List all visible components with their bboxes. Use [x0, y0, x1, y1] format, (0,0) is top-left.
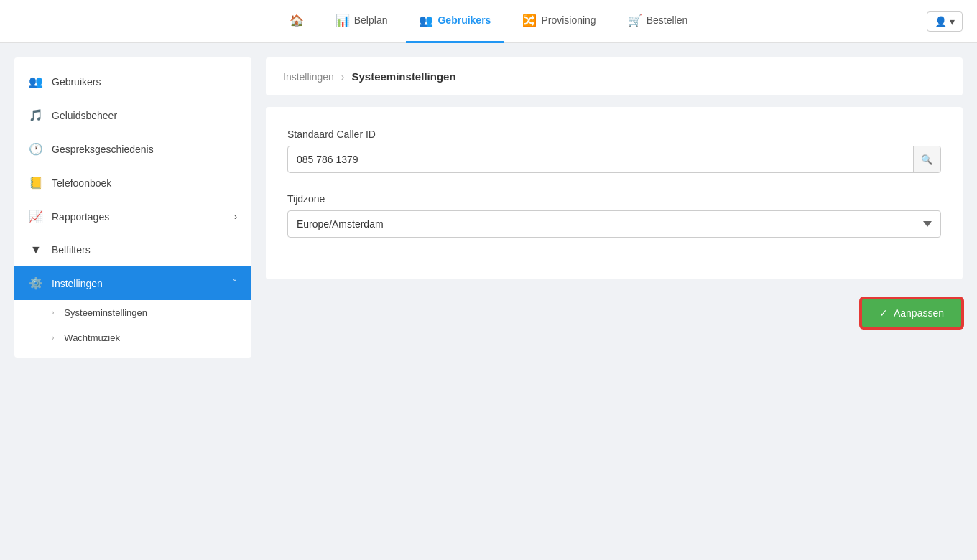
search-icon: 🔍 [921, 154, 933, 165]
breadcrumb-parent-link[interactable]: Instellingen [283, 71, 334, 83]
gespreksgeschiedenis-icon: 🕐 [29, 142, 43, 156]
instellingen-chevron-icon: ˅ [233, 279, 237, 289]
sidebar-item-geluidsbeheer[interactable]: 🎵 Geluidsbeheer [14, 98, 251, 132]
sidebar: 👥 Gebruikers 🎵 Geluidsbeheer 🕐 Gespreksg… [14, 57, 251, 358]
caller-id-group: Standaard Caller ID 🔍 [287, 129, 941, 173]
nav-label-provisioning: Provisioning [541, 14, 596, 26]
sidebar-item-gespreksgeschiedenis[interactable]: 🕐 Gespreksgeschiedenis [14, 132, 251, 166]
caller-id-search-button[interactable]: 🔍 [913, 146, 940, 172]
topnav: 🏠 📊 Belplan 👥 Gebruikers 🔀 Provisioning … [0, 0, 977, 43]
belplan-icon: 📊 [335, 14, 350, 27]
gebruikers-sidebar-icon: 👥 [29, 75, 43, 88]
sidebar-label-belfilters: Belfilters [52, 244, 91, 256]
sidebar-subitem-label-systeeminstellingen: Systeeminstellingen [64, 307, 147, 318]
bestellen-icon: 🛒 [628, 14, 642, 27]
sidebar-item-rapportages[interactable]: 📈 Rapportages › [14, 200, 251, 233]
user-menu[interactable]: 👤 ▾ [927, 11, 963, 32]
main-layout: 👥 Gebruikers 🎵 Geluidsbeheer 🕐 Gespreksg… [0, 43, 977, 560]
nav-item-bestellen[interactable]: 🛒 Bestellen [615, 0, 701, 43]
sidebar-item-instellingen[interactable]: ⚙️ Instellingen ˅ [14, 266, 251, 300]
provisioning-icon: 🔀 [522, 14, 537, 27]
check-icon: ✓ [879, 307, 888, 319]
home-icon: 🏠 [290, 14, 304, 27]
user-icon: 👤 [935, 16, 947, 27]
rapportages-chevron-icon: › [234, 212, 237, 222]
sidebar-subitem-wachtmuziek[interactable]: › Wachtmuziek [14, 325, 251, 350]
caller-id-input-wrapper: 🔍 [287, 146, 941, 173]
breadcrumb-card: Instellingen › Systeeminstellingen [266, 57, 963, 95]
caller-id-label: Standaard Caller ID [287, 129, 941, 140]
sidebar-label-instellingen: Instellingen [52, 278, 103, 289]
sidebar-label-telefoonboek: Telefoonboek [52, 177, 111, 189]
breadcrumb-separator: › [341, 71, 345, 83]
save-button[interactable]: ✓ Aanpassen [861, 298, 963, 328]
nav-item-gebruikers[interactable]: 👥 Gebruikers [406, 0, 504, 43]
caller-id-input[interactable] [287, 146, 941, 173]
nav-item-belplan[interactable]: 📊 Belplan [323, 0, 401, 43]
user-dropdown-icon: ▾ [950, 16, 955, 27]
nav-label-belplan: Belplan [354, 14, 388, 26]
telefoonboek-icon: 📒 [29, 176, 43, 190]
nav-label-bestellen: Bestellen [647, 14, 688, 26]
action-area: ✓ Aanpassen [266, 291, 963, 335]
sidebar-item-belfilters[interactable]: ▼ Belfilters [14, 233, 251, 266]
sidebar-item-gebruikers[interactable]: 👥 Gebruikers [14, 65, 251, 98]
geluidsbeheer-icon: 🎵 [29, 108, 43, 122]
main-content: Instellingen › Systeeminstellingen Stand… [266, 57, 963, 546]
nav-item-provisioning[interactable]: 🔀 Provisioning [509, 0, 608, 43]
sidebar-label-gebruikers: Gebruikers [52, 76, 101, 88]
form-card: Standaard Caller ID 🔍 Tijdzone Europe/Am… [266, 107, 963, 279]
sidebar-item-telefoonboek[interactable]: 📒 Telefoonboek [14, 166, 251, 200]
sidebar-label-gespreksgeschiedenis: Gespreksgeschiedenis [52, 144, 154, 155]
systeeminstellingen-arrow-icon: › [52, 309, 54, 317]
sidebar-subitem-systeeminstellingen[interactable]: › Systeeminstellingen [14, 300, 251, 325]
breadcrumb-current: Systeeminstellingen [352, 70, 456, 83]
save-label: Aanpassen [894, 307, 944, 319]
nav-item-home[interactable]: 🏠 [277, 0, 317, 43]
instellingen-icon: ⚙️ [29, 276, 43, 290]
timezone-group: Tijdzone Europe/Amsterdam Europe/London … [287, 193, 941, 238]
sidebar-label-rapportages: Rapportages [52, 211, 109, 223]
sidebar-label-geluidsbeheer: Geluidsbeheer [52, 110, 117, 121]
timezone-label: Tijdzone [287, 193, 941, 205]
rapportages-icon: 📈 [29, 210, 43, 223]
gebruikers-icon: 👥 [419, 14, 433, 27]
sidebar-subitem-label-wachtmuziek: Wachtmuziek [64, 332, 120, 343]
belfilters-icon: ▼ [29, 243, 43, 256]
nav-label-gebruikers: Gebruikers [437, 14, 491, 26]
wachtmuziek-arrow-icon: › [52, 334, 54, 342]
timezone-select[interactable]: Europe/Amsterdam Europe/London America/N… [287, 210, 941, 238]
